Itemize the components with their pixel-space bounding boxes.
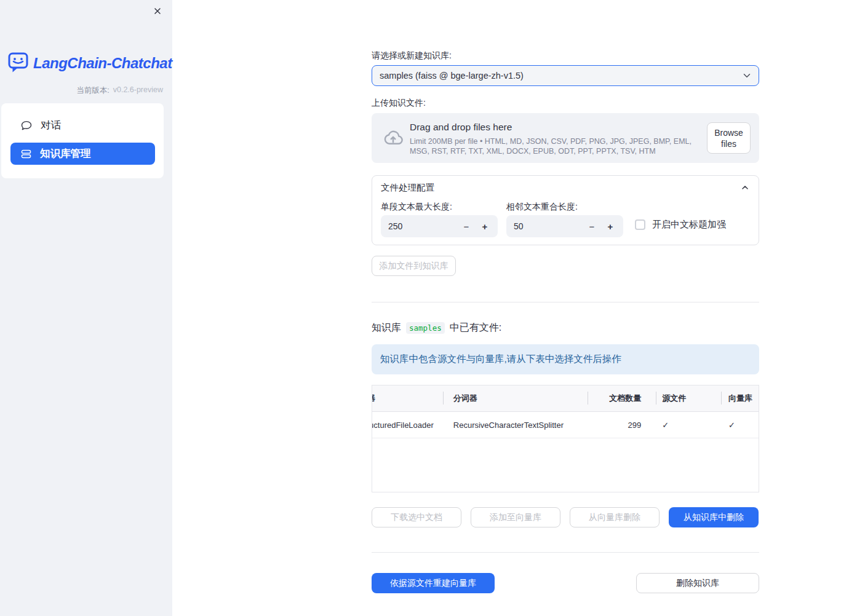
chevron-up-icon <box>740 183 750 192</box>
sidebar-item-dialogue[interactable]: 对话 <box>10 114 155 136</box>
close-sidebar-button[interactable] <box>151 5 164 17</box>
dropzone-title: Drag and drop files here <box>410 122 512 133</box>
stacked-list-icon <box>20 148 32 160</box>
cell-loader: UnstructuredFileLoader <box>372 421 443 430</box>
header-separator <box>443 392 444 405</box>
browse-files-button[interactable]: Browse files <box>707 122 751 154</box>
increment-icon[interactable]: + <box>476 215 494 237</box>
checkbox-box[interactable] <box>635 219 645 230</box>
divider <box>372 302 759 302</box>
expander-header[interactable]: 文件处理配置 <box>372 176 759 199</box>
col-header-vector-store[interactable]: 向量库 <box>720 393 759 404</box>
increment-icon[interactable]: + <box>601 215 620 237</box>
header-separator <box>588 392 588 405</box>
version-info: 当前版本: v0.2.6-preview <box>76 85 163 96</box>
sidebar-item-label: 对话 <box>41 119 61 132</box>
add-to-vector-store-button[interactable]: 添加至向量库 <box>471 507 560 527</box>
sidebar-menu: 对话 知识库管理 <box>1 103 164 178</box>
kb-name-code: samples <box>406 322 445 334</box>
divider <box>372 552 759 553</box>
kb-selectbox[interactable]: samples (faiss @ bge-large-zh-v1.5) <box>372 65 759 86</box>
kb-files-suffix: 中已有文件: <box>450 322 501 334</box>
dropzone-limit-text: Limit 200MB per file • HTML, MD, JSON, C… <box>410 136 704 156</box>
chunk-size-label: 单段文本最大长度: <box>381 202 452 213</box>
chat-bubble-icon <box>20 119 33 132</box>
header-separator <box>656 392 656 405</box>
app-page: LangChain-Chatchat 当前版本: v0.2.6-preview … <box>0 0 849 616</box>
files-table: 文档加载器 分词器 文档数量 源文件 向量库 UnstructuredFileL… <box>372 385 759 492</box>
cell-vector-store-check: ✓ <box>720 421 759 430</box>
overlap-size-input[interactable]: 50 − + <box>506 215 623 237</box>
overlap-size-value: 50 <box>514 221 524 231</box>
expander-title: 文件处理配置 <box>381 182 434 194</box>
col-header-splitter[interactable]: 分词器 <box>443 393 588 404</box>
overlap-size-label: 相邻文本重合长度: <box>506 202 578 213</box>
rebuild-vector-store-button[interactable]: 依据源文件重建向量库 <box>372 573 495 593</box>
sidebar: LangChain-Chatchat 当前版本: v0.2.6-preview … <box>0 0 172 616</box>
cloud-upload-icon <box>381 128 404 148</box>
header-separator <box>721 392 722 405</box>
chevron-down-icon <box>741 70 752 81</box>
table-header-row: 文档加载器 分词器 文档数量 源文件 向量库 <box>372 385 759 412</box>
download-selected-button[interactable]: 下载选中文档 <box>372 507 461 527</box>
app-logo: LangChain-Chatchat <box>7 52 172 74</box>
version-value: v0.2.6-preview <box>113 85 163 96</box>
col-header-source-file[interactable]: 源文件 <box>655 393 720 404</box>
file-config-expander: 文件处理配置 单段文本最大长度: 250 − + 相邻文本重合长度: 50 − … <box>372 175 759 245</box>
cell-splitter: RecursiveCharacterTextSplitter <box>443 421 588 430</box>
cell-source-file-check: ✓ <box>655 421 720 430</box>
sidebar-item-knowledge-base[interactable]: 知识库管理 <box>10 143 155 165</box>
zh-title-checkbox-label: 开启中文标题加强 <box>652 219 726 231</box>
decrement-icon[interactable]: − <box>457 215 476 237</box>
col-header-doc-count[interactable]: 文档数量 <box>587 393 655 404</box>
delete-from-vector-store-button[interactable]: 从向量库删除 <box>570 507 660 527</box>
app-title: LangChain-Chatchat <box>33 55 172 72</box>
kb-files-prefix: 知识库 <box>372 322 401 334</box>
add-files-to-kb-button[interactable]: 添加文件到知识库 <box>372 256 456 276</box>
close-icon <box>153 6 162 16</box>
decrement-icon[interactable]: − <box>583 215 601 237</box>
file-dropzone[interactable]: Drag and drop files here Limit 200MB per… <box>372 113 759 163</box>
zh-title-checkbox[interactable]: 开启中文标题加强 <box>635 219 726 231</box>
col-header-loader[interactable]: 文档加载器 <box>372 393 443 404</box>
kb-select-value: samples (faiss @ bge-large-zh-v1.5) <box>380 71 524 81</box>
kb-files-heading: 知识库 samples 中已有文件: <box>372 322 501 334</box>
kb-select-label: 请选择或新建知识库: <box>372 50 452 61</box>
version-label: 当前版本: <box>76 85 109 96</box>
sidebar-item-label: 知识库管理 <box>40 147 91 160</box>
delete-kb-button[interactable]: 删除知识库 <box>636 573 759 593</box>
info-banner: 知识库中包含源文件与向量库,请从下表中选择文件后操作 <box>372 344 759 374</box>
upload-label: 上传知识文件: <box>372 98 426 109</box>
info-text: 知识库中包含源文件与向量库,请从下表中选择文件后操作 <box>380 353 621 366</box>
delete-from-kb-button[interactable]: 从知识库中删除 <box>669 507 759 527</box>
chat-smiley-logo-icon <box>7 52 29 74</box>
chunk-size-input[interactable]: 250 − + <box>381 215 498 237</box>
chunk-size-value: 250 <box>388 221 402 231</box>
table-row[interactable]: UnstructuredFileLoader RecursiveCharacte… <box>372 412 759 438</box>
cell-doc-count: 299 <box>587 421 655 430</box>
